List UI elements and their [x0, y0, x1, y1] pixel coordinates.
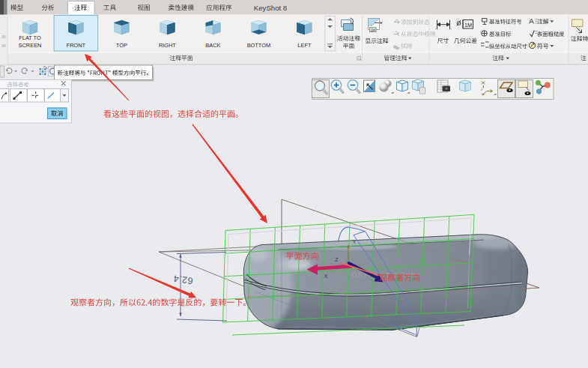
svg-text:FLAT TO: FLAT TO [19, 34, 41, 41]
svg-text:FRONT: FRONT [67, 42, 86, 49]
svg-text:TOP: TOP [116, 42, 127, 49]
svg-text:1M: 1M [464, 22, 472, 28]
svg-text:RIGHT: RIGHT [159, 42, 176, 49]
svg-text:Y: Y [353, 238, 357, 245]
svg-text:1M: 1M [371, 28, 376, 32]
svg-text:Z: Z [335, 256, 339, 263]
svg-text:LEFT: LEFT [297, 42, 312, 49]
svg-text:BOTTOM: BOTTOM [247, 42, 270, 49]
svg-text:BACK: BACK [205, 42, 220, 49]
svg-text:X: X [324, 273, 328, 280]
svg-text:KeyShot 8: KeyShot 8 [254, 4, 287, 12]
svg-text:SCREEN: SCREEN [19, 42, 42, 49]
